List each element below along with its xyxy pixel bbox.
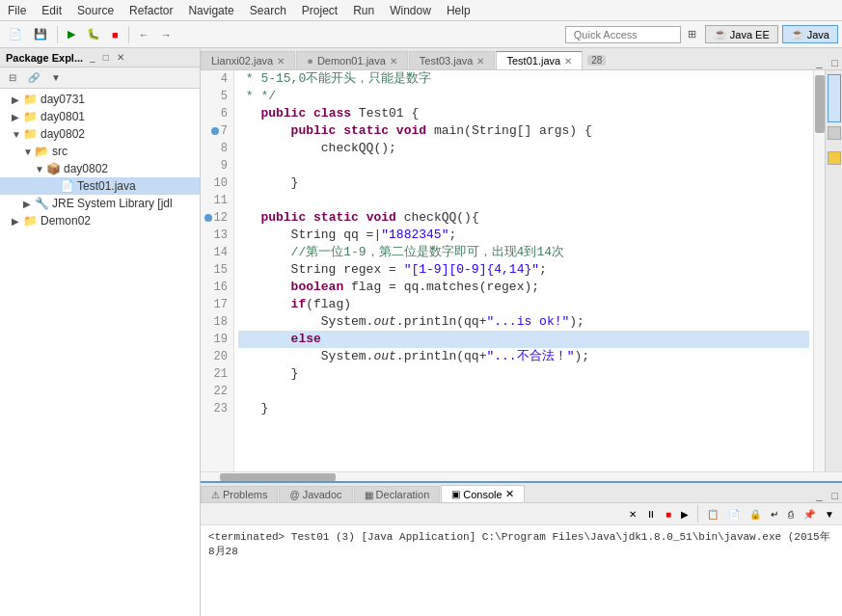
debug-btn[interactable]: 🐛 — [82, 25, 105, 43]
right-panel-btn-3[interactable] — [828, 151, 841, 165]
bottom-minimize-btn[interactable]: _ — [812, 489, 826, 502]
menu-navigate[interactable]: Navigate — [180, 2, 241, 19]
editor-tabs: Lianxi02.java ✕ ● Demon01.java ✕ Test03.… — [201, 48, 842, 70]
right-panel-btn-2[interactable] — [828, 126, 841, 140]
editor-minimize-btn[interactable]: _ — [812, 56, 826, 69]
paste-btn[interactable]: 📄 — [724, 507, 744, 522]
code-line-16: boolean flag = qq.matches(regex); — [238, 279, 809, 296]
editor-maximize-btn[interactable]: □ — [828, 56, 842, 69]
bp-dot — [211, 127, 219, 135]
menu-search[interactable]: Search — [242, 2, 294, 19]
terminate-btn[interactable]: ■ — [662, 507, 675, 522]
right-panel-btn-1[interactable] — [828, 74, 841, 122]
tab-label: Problems — [223, 489, 267, 500]
code-content[interactable]: * 5-15,0不能开头，只能是数字 * */ public class Tes… — [234, 70, 813, 471]
h-scrollbar-thumb[interactable] — [220, 473, 336, 481]
pin-btn[interactable]: 📌 — [800, 507, 819, 522]
open-console-btn[interactable]: ⎙ — [784, 507, 798, 522]
menu-source[interactable]: Source — [69, 2, 122, 19]
tab-problems[interactable]: ⚠ Problems — [201, 486, 278, 502]
vertical-scrollbar[interactable] — [813, 70, 825, 471]
java-perspective[interactable]: ☕ Java — [782, 25, 838, 43]
code-line-17: if(flag) — [238, 296, 809, 313]
tab-close-btn[interactable]: ✕ — [476, 56, 484, 67]
tree-item-demon02[interactable]: ▶ 📁 Demon02 — [0, 212, 200, 229]
tree-item-day0801[interactable]: ▶ 📁 day0801 — [0, 108, 200, 125]
tab-console[interactable]: ▣ Console ✕ — [441, 485, 524, 502]
sidebar-minimize-btn[interactable]: _ — [87, 51, 98, 64]
menu-help[interactable]: Help — [439, 2, 478, 19]
tab-javadoc[interactable]: @ Javadoc — [279, 486, 352, 502]
link-editor-btn[interactable]: 🔗 — [23, 69, 44, 86]
code-line-20: System.out.println(qq+"...不合法！"); — [238, 348, 809, 365]
code-line-6: public class Test01 { — [238, 105, 809, 122]
new-btn[interactable]: 📄 — [4, 25, 27, 43]
line-num-8: 8 — [201, 140, 233, 157]
tree-item-test01-java[interactable]: 📄 Test01.java — [0, 177, 200, 195]
tree-item-jre[interactable]: ▶ 🔧 JRE System Library [jdl — [0, 195, 200, 212]
pause-btn[interactable]: ⏸ — [642, 507, 660, 522]
forward-btn[interactable]: → — [156, 26, 177, 43]
menu-window[interactable]: Window — [382, 2, 439, 19]
expand-arrow: ▼ — [35, 164, 46, 174]
menu-edit[interactable]: Edit — [34, 2, 69, 19]
tab-lianxi02[interactable]: Lianxi02.java ✕ — [201, 51, 295, 69]
tab-label: Javadoc — [303, 489, 342, 500]
bp-dot — [204, 214, 212, 222]
perspectives-btn[interactable]: ⊞ — [683, 25, 701, 43]
tab-label: Test01.java — [506, 55, 560, 67]
sidebar-maximize-btn[interactable]: □ — [100, 51, 112, 64]
bottom-maximize-btn[interactable]: □ — [828, 489, 842, 502]
line-num-4: 4 — [201, 70, 233, 88]
expand-arrow: ▶ — [23, 199, 35, 209]
line-num-10: 10 — [201, 174, 233, 192]
menu-file[interactable]: File — [0, 2, 34, 19]
line-num-16: 16 — [201, 279, 233, 296]
bottom-panel: ⚠ Problems @ Javadoc ▦ Declaration ▣ Con… — [201, 481, 842, 616]
expand-arrow: ▼ — [23, 147, 35, 157]
save-btn[interactable]: 💾 — [29, 25, 52, 43]
console-menu-btn[interactable]: ▼ — [821, 507, 838, 522]
sidebar-close-btn[interactable]: ✕ — [114, 51, 127, 64]
line-num-12: 12 — [201, 209, 233, 227]
menu-project[interactable]: Project — [294, 2, 345, 19]
tree-item-package[interactable]: ▼ 📦 day0802 — [0, 160, 200, 177]
tree-item-day0731[interactable]: ▶ 📁 day0731 — [0, 91, 200, 108]
tab-close-btn[interactable]: ✕ — [390, 56, 397, 67]
collapse-all-btn[interactable]: ⊟ — [4, 69, 21, 86]
clear-console-btn[interactable]: ✕ — [625, 507, 640, 522]
tab-test03[interactable]: Test03.java ✕ — [409, 51, 496, 69]
quick-access-input[interactable] — [565, 26, 681, 43]
tab-declaration[interactable]: ▦ Declaration — [354, 486, 441, 502]
word-wrap-btn[interactable]: ↵ — [767, 507, 782, 522]
console-tab-close[interactable]: ✕ — [505, 488, 514, 500]
line-num-14: 14 — [201, 244, 233, 261]
menu-run[interactable]: Run — [345, 2, 382, 19]
tab-label: Lianxi02.java — [211, 55, 273, 67]
tree-item-day0802[interactable]: ▼ 📁 day0802 — [0, 125, 200, 143]
relaunch-btn[interactable]: ▶ — [677, 507, 693, 522]
copy-btn[interactable]: 📋 — [703, 507, 722, 522]
code-line-9 — [238, 157, 809, 174]
java-ee-perspective[interactable]: ☕ Java EE — [705, 25, 778, 43]
code-editor[interactable]: 4 5 6 7 8 9 10 11 12 13 14 15 16 17 — [201, 70, 813, 471]
stop-btn[interactable]: ■ — [107, 26, 123, 43]
horizontal-scrollbar[interactable] — [201, 471, 842, 481]
menu-refactor[interactable]: Refactor — [122, 2, 180, 19]
sidebar-menu-btn[interactable]: ▼ — [46, 69, 66, 86]
run-btn[interactable]: ▶ — [63, 25, 80, 43]
tab-close-btn[interactable]: ✕ — [564, 56, 572, 67]
bp-dot — [211, 162, 219, 170]
back-btn[interactable]: ← — [134, 26, 154, 43]
tab-close-btn[interactable]: ✕ — [277, 56, 285, 67]
tree-item-src[interactable]: ▼ 📂 src — [0, 143, 200, 160]
right-panel — [825, 70, 842, 471]
sep2 — [128, 26, 129, 43]
declaration-icon: ▦ — [365, 490, 373, 500]
scrollbar-thumb[interactable] — [815, 75, 825, 133]
tab-demon01[interactable]: ● Demon01.java ✕ — [296, 51, 408, 69]
scroll-lock-btn[interactable]: 🔒 — [746, 507, 765, 522]
tab-test01[interactable]: Test01.java ✕ — [496, 51, 583, 69]
bp-dot — [204, 231, 212, 239]
folder-icon: 📁 — [23, 93, 38, 106]
